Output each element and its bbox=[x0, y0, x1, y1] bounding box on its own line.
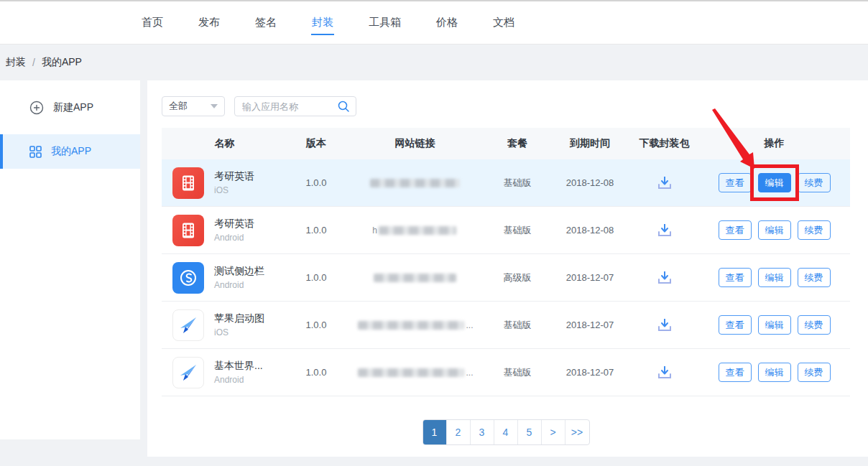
app-name-cell: 考研英语 Android bbox=[162, 207, 287, 253]
app-name: 考研英语 bbox=[214, 218, 254, 230]
search-icon[interactable] bbox=[337, 100, 350, 113]
app-version: 1.0.0 bbox=[287, 349, 345, 396]
nav-item[interactable]: 发布 bbox=[198, 1, 221, 44]
table-header-row: 名称 版本 网站链接 套餐 到期时间 下载封装包 操作 bbox=[162, 128, 850, 159]
table-row: 苹果启动图 iOS 1.0.0 ... 基础版 2018-12-07 查看 编辑… bbox=[162, 302, 850, 349]
download-icon[interactable] bbox=[656, 270, 673, 286]
search-box bbox=[234, 96, 356, 116]
renew-button[interactable]: 续费 bbox=[798, 315, 831, 335]
app-expiry-date: 2018-12-07 bbox=[550, 302, 630, 348]
app-plan: 基础版 bbox=[485, 207, 550, 253]
sidebar-item-label: 新建APP bbox=[53, 101, 93, 114]
category-select[interactable]: 全部 bbox=[162, 96, 225, 116]
view-button[interactable]: 查看 bbox=[719, 363, 752, 382]
view-button[interactable]: 查看 bbox=[719, 173, 752, 192]
app-icon bbox=[172, 357, 204, 388]
table-row: 基本世界... Android 1.0.0 ... 基础版 2018-12-07… bbox=[162, 349, 850, 396]
column-header-actions: 操作 bbox=[698, 128, 850, 159]
app-name: 测试侧边栏 bbox=[214, 265, 264, 278]
page-button[interactable]: 5 bbox=[518, 420, 542, 444]
page-button[interactable]: 3 bbox=[471, 420, 494, 444]
app-name-cell: 苹果启动图 iOS bbox=[162, 302, 287, 348]
next-page-button[interactable]: > bbox=[542, 420, 565, 444]
app-name: 基本世界... bbox=[214, 360, 263, 373]
app-name-cell: 测试侧边栏 Android bbox=[162, 254, 287, 301]
breadcrumb-section[interactable]: 封装 bbox=[6, 56, 26, 69]
renew-button[interactable]: 续费 bbox=[798, 363, 831, 382]
category-select-value: 全部 bbox=[169, 100, 188, 113]
app-name: 苹果启动图 bbox=[214, 312, 264, 325]
app-icon bbox=[172, 262, 204, 294]
app-url-cell bbox=[345, 159, 485, 206]
column-header-plan: 套餐 bbox=[485, 128, 550, 159]
page-button[interactable]: 1 bbox=[423, 420, 447, 444]
last-page-button[interactable]: >> bbox=[565, 420, 589, 444]
app-expiry-date: 2018-12-08 bbox=[550, 159, 630, 206]
breadcrumb-current-page: 我的APP bbox=[42, 56, 82, 69]
view-button[interactable]: 查看 bbox=[719, 315, 752, 335]
app-name: 考研英语 bbox=[214, 170, 254, 183]
nav-item[interactable]: 签名 bbox=[254, 1, 277, 44]
app-platform: Android bbox=[214, 280, 264, 290]
download-cell bbox=[630, 349, 698, 396]
main-panel: 全部 名称 版本 网站链接 套餐 到期时间 下载封装包 操作 bbox=[147, 80, 868, 457]
search-input[interactable] bbox=[242, 101, 337, 112]
plus-circle-icon bbox=[29, 101, 44, 115]
download-icon[interactable] bbox=[656, 365, 673, 381]
app-icon bbox=[172, 215, 204, 246]
chevron-down-icon bbox=[211, 104, 218, 108]
nav-item[interactable]: 首页 bbox=[141, 1, 164, 44]
edit-button[interactable]: 编辑 bbox=[758, 268, 791, 287]
view-button[interactable]: 查看 bbox=[719, 268, 752, 287]
app-platform: iOS bbox=[214, 327, 264, 337]
filter-row: 全部 bbox=[162, 96, 850, 116]
nav-item[interactable]: 文档 bbox=[492, 1, 515, 44]
renew-button[interactable]: 续费 bbox=[798, 220, 831, 240]
download-icon[interactable] bbox=[656, 175, 673, 191]
pagination: 12345>>> bbox=[423, 419, 590, 445]
breadcrumb: 封装 / 我的APP bbox=[0, 45, 868, 80]
view-button[interactable]: 查看 bbox=[719, 220, 752, 240]
app-expiry-date: 2018-12-08 bbox=[550, 207, 630, 253]
sidebar-item-new-app[interactable]: 新建APP bbox=[0, 90, 140, 125]
edit-button[interactable]: 编辑 bbox=[758, 220, 791, 240]
column-header-name: 名称 bbox=[162, 128, 287, 159]
grid-icon bbox=[29, 146, 42, 158]
table-row: 考研英语 Android 1.0.0 h 基础版 2018-12-08 查看 编… bbox=[162, 207, 850, 254]
table-row: 考研英语 iOS 1.0.0 基础版 2018-12-08 查看 编辑 续费 bbox=[162, 159, 850, 207]
edit-button[interactable]: 编辑 bbox=[758, 315, 791, 335]
app-name-cell: 基本世界... Android bbox=[162, 349, 287, 396]
renew-button[interactable]: 续费 bbox=[798, 268, 831, 287]
table-body: 考研英语 iOS 1.0.0 基础版 2018-12-08 查看 编辑 续费 bbox=[162, 159, 850, 396]
url-visible-suffix: ... bbox=[466, 368, 473, 378]
page-button[interactable]: 2 bbox=[447, 420, 471, 444]
nav-item[interactable]: 价格 bbox=[435, 1, 458, 44]
actions-cell: 查看 编辑 续费 bbox=[698, 349, 850, 396]
download-icon[interactable] bbox=[656, 223, 673, 238]
app-url-cell: ... bbox=[345, 302, 485, 348]
column-header-expiry: 到期时间 bbox=[550, 128, 630, 159]
actions-cell: 查看 编辑 续费 bbox=[698, 207, 850, 253]
app-table: 名称 版本 网站链接 套餐 到期时间 下载封装包 操作 考研英语 iOS 1.0… bbox=[162, 128, 850, 396]
renew-button[interactable]: 续费 bbox=[798, 173, 831, 192]
top-nav: 首页发布签名封装工具箱价格文档 bbox=[0, 0, 868, 45]
app-url-cell bbox=[345, 254, 485, 301]
sidebar-item-my-app[interactable]: 我的APP bbox=[0, 134, 140, 169]
actions-cell: 查看 编辑 续费 bbox=[698, 302, 850, 348]
app-icon bbox=[172, 167, 204, 199]
app-plan: 高级版 bbox=[485, 254, 550, 301]
nav-item[interactable]: 工具箱 bbox=[368, 1, 402, 44]
download-icon[interactable] bbox=[656, 317, 673, 333]
sidebar: 新建APP 我的APP bbox=[0, 80, 140, 439]
app-platform: Android bbox=[214, 375, 263, 385]
blurred-url bbox=[379, 226, 456, 235]
nav-item[interactable]: 封装 bbox=[311, 1, 334, 44]
edit-button[interactable]: 编辑 bbox=[758, 363, 791, 382]
app-version: 1.0.0 bbox=[287, 254, 345, 301]
app-url-cell: h bbox=[345, 207, 485, 253]
app-version: 1.0.0 bbox=[287, 302, 345, 348]
actions-cell: 查看 编辑 续费 bbox=[698, 254, 850, 301]
page-button[interactable]: 4 bbox=[494, 420, 518, 444]
app-plan: 基础版 bbox=[485, 302, 550, 348]
edit-button[interactable]: 编辑 bbox=[758, 173, 791, 192]
